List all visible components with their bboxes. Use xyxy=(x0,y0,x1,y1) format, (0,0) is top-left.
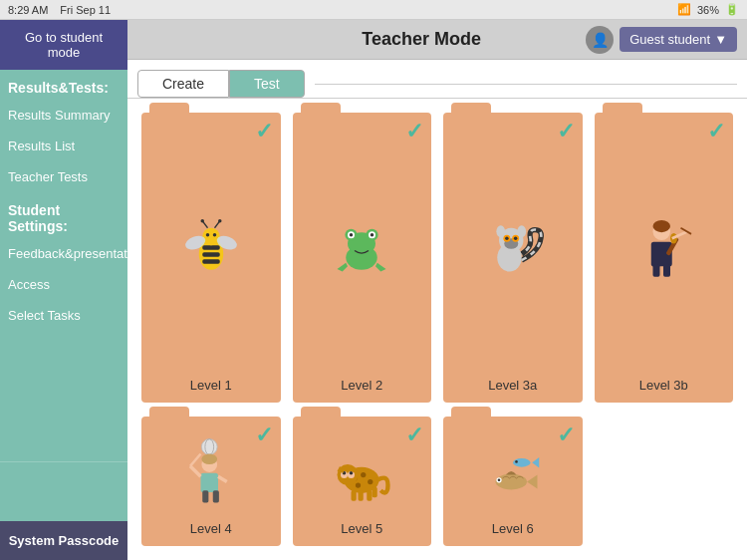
leopard-icon xyxy=(327,436,396,506)
svg-point-29 xyxy=(517,225,526,237)
wifi-icon: 📶 xyxy=(677,3,691,16)
page-title: Teacher Mode xyxy=(257,29,586,50)
svg-point-12 xyxy=(218,219,222,223)
violinist-icon xyxy=(628,212,698,282)
sidebar-item-access[interactable]: Access xyxy=(0,269,127,300)
sidebar-bottom-area xyxy=(0,461,127,521)
checkmark-3b: ✓ xyxy=(707,119,725,144)
level-1-image xyxy=(151,123,271,372)
avatar: 👤 xyxy=(586,26,614,54)
level-6-image xyxy=(453,426,573,515)
svg-rect-63 xyxy=(368,490,373,501)
svg-line-46 xyxy=(218,476,227,481)
guest-student-button[interactable]: Guest student ▼ xyxy=(620,27,737,52)
status-bar: 8:29 AM Fri Sep 11 📶 36% 🔋 xyxy=(0,0,747,20)
tab-test[interactable]: Test xyxy=(229,70,305,98)
svg-rect-1 xyxy=(202,245,220,249)
sidebar-item-results-summary[interactable]: Results Summary xyxy=(0,100,127,131)
level-card-4[interactable]: ✓ xyxy=(141,417,281,546)
level-4-label: Level 4 xyxy=(190,521,232,536)
tab-create[interactable]: Create xyxy=(137,70,229,98)
svg-rect-48 xyxy=(213,490,219,502)
lemur-icon xyxy=(478,212,548,282)
svg-marker-69 xyxy=(527,474,538,488)
frog-icon xyxy=(327,212,396,282)
main-layout: Go to student mode Results&Tests: Result… xyxy=(0,20,747,560)
checkmark-2: ✓ xyxy=(405,119,423,144)
battery-icon: 🔋 xyxy=(725,3,739,16)
fish-icon xyxy=(478,436,548,506)
svg-point-51 xyxy=(361,471,366,476)
levels-grid-bottom: ✓ xyxy=(127,417,747,560)
battery-level: 36% xyxy=(697,4,719,16)
svg-point-19 xyxy=(350,233,354,237)
svg-rect-61 xyxy=(352,490,357,501)
level-3b-label: Level 3b xyxy=(639,378,688,393)
level-3b-image xyxy=(605,123,724,372)
time: 8:29 AM xyxy=(8,4,48,16)
level-card-6[interactable]: ✓ xyxy=(443,417,583,546)
level-card-1[interactable]: ✓ xyxy=(141,113,281,403)
header: Teacher Mode 👤 Guest student ▼ xyxy=(127,20,747,60)
svg-point-31 xyxy=(653,220,671,232)
svg-point-27 xyxy=(514,237,518,241)
tabs-area: Create Test xyxy=(127,60,747,99)
svg-rect-3 xyxy=(202,259,220,263)
sidebar-item-feedback[interactable]: Feedback&presentation xyxy=(0,238,127,269)
student-settings-header: Student Settings: xyxy=(0,192,127,238)
level-5-label: Level 5 xyxy=(341,521,382,536)
sidebar-item-results-list[interactable]: Results List xyxy=(0,131,127,161)
levels-grid-top: ✓ xyxy=(127,99,747,417)
svg-point-20 xyxy=(371,233,374,237)
checkmark-6: ✓ xyxy=(557,422,575,448)
level-1-label: Level 1 xyxy=(190,378,232,393)
level-2-label: Level 2 xyxy=(341,378,382,393)
header-right: 👤 Guest student ▼ xyxy=(586,26,737,54)
level-3a-label: Level 3a xyxy=(488,378,537,393)
juggler-icon xyxy=(176,436,246,506)
svg-point-6 xyxy=(213,233,217,237)
svg-point-4 xyxy=(202,228,220,246)
svg-point-5 xyxy=(206,233,210,237)
svg-line-44 xyxy=(190,465,201,476)
svg-point-39 xyxy=(201,438,217,454)
level-card-3a[interactable]: ✓ xyxy=(443,113,583,403)
svg-rect-64 xyxy=(373,486,377,497)
svg-rect-47 xyxy=(202,490,208,502)
svg-point-28 xyxy=(496,225,505,237)
go-student-button[interactable]: Go to student mode xyxy=(0,20,127,70)
sidebar-item-select-tasks[interactable]: Select Tasks xyxy=(0,300,127,331)
level-5-image xyxy=(303,426,422,515)
svg-rect-37 xyxy=(653,265,660,277)
checkmark-3a: ✓ xyxy=(557,119,575,144)
tab-divider xyxy=(315,84,737,85)
svg-point-67 xyxy=(515,460,518,463)
svg-rect-43 xyxy=(200,472,218,491)
day: Fri Sep 11 xyxy=(60,4,111,16)
svg-rect-62 xyxy=(359,490,364,501)
svg-rect-38 xyxy=(663,265,670,277)
checkmark-5: ✓ xyxy=(405,422,423,448)
svg-point-26 xyxy=(505,237,509,241)
svg-point-52 xyxy=(368,478,373,483)
bee-icon xyxy=(176,212,246,282)
level-card-3b[interactable]: ✓ xyxy=(595,113,734,403)
svg-marker-66 xyxy=(532,457,539,468)
checkmark-4: ✓ xyxy=(255,422,273,448)
dropdown-arrow: ▼ xyxy=(714,32,727,47)
svg-point-11 xyxy=(200,219,204,223)
svg-point-53 xyxy=(356,482,361,487)
level-3a-image xyxy=(453,123,573,372)
sidebar-item-teacher-tests[interactable]: Teacher Tests xyxy=(0,161,127,192)
svg-point-71 xyxy=(497,478,500,481)
svg-line-45 xyxy=(190,453,201,465)
level-2-image xyxy=(303,123,422,372)
system-passcode-button[interactable]: System Passcode xyxy=(0,521,127,560)
level-card-5[interactable]: ✓ xyxy=(293,417,432,546)
sidebar: Go to student mode Results&Tests: Result… xyxy=(0,20,127,560)
level-card-2[interactable]: ✓ xyxy=(293,113,432,403)
results-tests-header: Results&Tests: xyxy=(0,70,127,100)
content-area: Teacher Mode 👤 Guest student ▼ Create Te… xyxy=(127,20,747,560)
svg-point-42 xyxy=(201,453,217,464)
level-6-label: Level 6 xyxy=(492,521,534,536)
